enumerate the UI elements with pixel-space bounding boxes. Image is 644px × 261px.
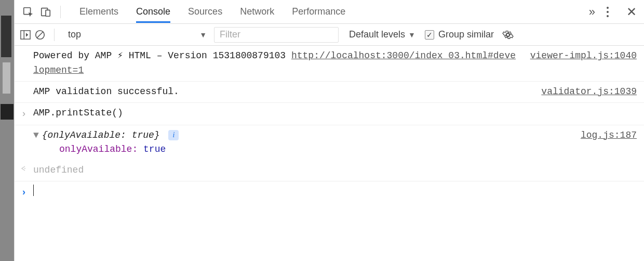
group-similar-label: Group similar	[438, 29, 494, 40]
return-marker-icon	[15, 163, 33, 178]
log-text: Powered by AMP ⚡ HTML – Version 15318008…	[33, 50, 291, 61]
tab-console[interactable]: Console	[136, 1, 170, 23]
console-prompt[interactable]: ›	[15, 181, 644, 204]
page-background-strip	[0, 0, 14, 261]
source-link[interactable]: viewer-impl.js:1040	[530, 50, 637, 61]
source-link[interactable]: log.js:187	[581, 130, 637, 140]
command-text: AMP.printState()	[33, 106, 637, 122]
log-levels-dropdown[interactable]: Default levels ▼	[349, 29, 415, 40]
devtools-tabbar: Elements Console Sources Network Perform…	[15, 0, 644, 24]
svg-line-6	[37, 32, 43, 37]
svg-point-8	[24, 168, 25, 169]
object-property: onlyAvailable: true	[33, 142, 571, 157]
return-row: undefined	[15, 160, 644, 181]
gutter	[15, 85, 33, 99]
tab-performance[interactable]: Performance	[292, 1, 345, 23]
text-caret	[33, 185, 34, 196]
separator	[54, 29, 55, 41]
command-row: › AMP.printState()	[15, 103, 644, 125]
group-similar-checkbox[interactable]: ✓	[425, 30, 434, 40]
property-key: onlyAvailable	[59, 144, 132, 154]
inspect-element-icon[interactable]	[20, 4, 36, 20]
execution-context-dropdown[interactable]: top ▼	[63, 27, 211, 43]
gear-icon[interactable]	[502, 29, 514, 41]
result-row: ▼{onlyAvailable: true} i onlyAvailable: …	[15, 125, 644, 161]
toggle-sidebar-icon[interactable]	[20, 30, 31, 40]
tab-network[interactable]: Network	[240, 1, 274, 23]
property-value: true	[143, 144, 166, 154]
log-row: AMP validation successful. validator.js:…	[15, 82, 644, 103]
console-output: Powered by AMP ⚡ HTML – Version 15318008…	[15, 46, 644, 261]
object-result: ▼{onlyAvailable: true} i onlyAvailable: …	[33, 128, 571, 158]
devtools-tabs: Elements Console Sources Network Perform…	[79, 1, 588, 23]
gutter	[15, 49, 33, 78]
log-message: Powered by AMP ⚡ HTML – Version 15318008…	[33, 49, 521, 78]
console-toolbar: top ▼ Default levels ▼ ✓ Group similar	[15, 24, 644, 46]
object-preview[interactable]: {onlyAvailable: true}	[42, 130, 160, 140]
chevron-down-icon: ▼	[199, 31, 207, 39]
levels-label: Default levels	[349, 29, 405, 40]
more-tabs-icon[interactable]: »	[589, 5, 592, 19]
log-row: Powered by AMP ⚡ HTML – Version 15318008…	[15, 46, 644, 82]
context-label: top	[68, 29, 81, 40]
prompt-marker-icon: ›	[15, 185, 33, 201]
svg-point-7	[506, 33, 509, 36]
clear-console-icon[interactable]	[34, 29, 46, 41]
device-toolbar-icon[interactable]	[37, 4, 54, 20]
chevron-down-icon: ▼	[408, 31, 415, 39]
return-value: undefined	[33, 163, 637, 178]
gutter	[15, 128, 33, 158]
source-link[interactable]: validator.js:1039	[541, 86, 637, 97]
devtools-panel: Elements Console Sources Network Perform…	[14, 0, 644, 261]
input-marker-icon: ›	[15, 106, 33, 122]
tab-elements[interactable]: Elements	[79, 1, 118, 23]
separator	[60, 6, 61, 18]
svg-rect-3	[21, 30, 30, 38]
info-icon[interactable]: i	[168, 130, 179, 140]
filter-input[interactable]	[214, 27, 339, 43]
close-icon[interactable]: ✕	[623, 5, 640, 19]
svg-rect-2	[46, 10, 50, 16]
kebab-menu-icon[interactable]	[601, 7, 614, 17]
collapse-toggle-icon[interactable]: ▼	[33, 130, 39, 140]
tab-sources[interactable]: Sources	[188, 1, 222, 23]
log-message: AMP validation successful.	[33, 85, 532, 99]
